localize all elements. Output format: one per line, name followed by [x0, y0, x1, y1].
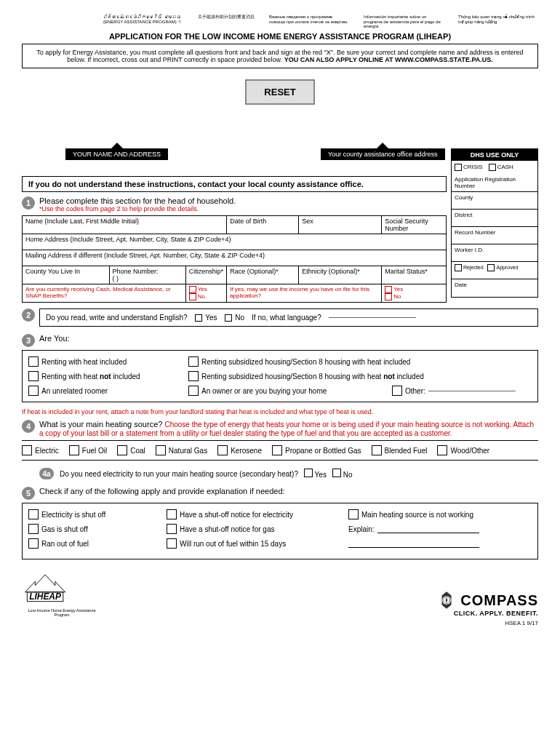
race-field[interactable]: Race (Optional)*	[227, 266, 299, 284]
income-yesno[interactable]: YesNo	[382, 284, 447, 302]
form-id: HSEA 1 9/17	[22, 620, 538, 626]
reset-button[interactable]: RESET	[245, 79, 314, 105]
section-5-head: 5 Check if any of the following apply an…	[22, 487, 538, 500]
header-language-notices: ព័ត៌មានសំខាន់អំពីកម្មវិធី ថាមពល (ENERGY …	[22, 15, 538, 29]
gas-notice-check[interactable]	[167, 524, 177, 534]
other-housing-check[interactable]	[392, 386, 402, 396]
fuel-wood-check[interactable]	[437, 445, 447, 455]
housing-options: Renting with heat included Renting subsi…	[22, 350, 538, 402]
page-title: APPLICATION FOR THE LOW INCOME HOME ENER…	[22, 32, 538, 41]
heat-broken-check[interactable]	[348, 509, 359, 519]
explain-input-2[interactable]	[348, 539, 479, 548]
fuel-coal-check[interactable]	[117, 445, 127, 455]
subsidized-heat-incl-check[interactable]	[188, 356, 199, 367]
instruction-box: To apply for Energy Assistance, you must…	[22, 44, 538, 68]
dhs-use-only-box: DHS USE ONLY CRISIS CASH Application Reg…	[451, 148, 538, 298]
citizenship-field[interactable]: Citizenship*	[185, 266, 227, 284]
rent-heat-not-incl-check[interactable]	[28, 371, 39, 381]
section-3-head: 3 Are You:	[22, 334, 538, 347]
compass-logo: COMPASS CLICK. APPLY. BENEFIT.	[437, 591, 538, 617]
name-address-label: YOUR NAME AND ADDRESS	[65, 148, 168, 160]
liheap-logo: LIHEAP Low-Income Home Energy Assistance…	[22, 567, 102, 617]
roomer-check[interactable]	[28, 386, 39, 396]
rent-heat-incl-check[interactable]	[28, 356, 39, 367]
fuel-oil-check[interactable]	[69, 445, 79, 455]
fuel-electric-check[interactable]	[22, 445, 32, 455]
will-run-out-check[interactable]	[167, 538, 177, 549]
snap-yesno[interactable]: YesNo	[185, 284, 227, 302]
gas-shutoff-check[interactable]	[28, 524, 39, 534]
explain-input-1[interactable]	[377, 525, 479, 533]
section-1-head: 1 Please complete this section for the h…	[22, 196, 447, 212]
language-input[interactable]	[329, 317, 416, 318]
mailing-address-field[interactable]: Mailing Address if different (Include St…	[23, 250, 447, 266]
section-4-head: 4 What is your main heating source? Choo…	[22, 420, 538, 437]
understand-bar: If you do not understand these instructi…	[22, 176, 447, 192]
other-housing-input[interactable]	[428, 391, 516, 391]
phone-field[interactable]: Phone Number:( )	[109, 266, 185, 284]
county-office-label: Your county assistance office address	[321, 148, 445, 160]
heat-note: If heat is included in your rent, attach…	[22, 408, 538, 415]
section-2-head: 2 Do you read, write and understand Engl…	[22, 308, 538, 331]
fuel-kerosene-check[interactable]	[217, 445, 228, 455]
ssn-field[interactable]: Social Security Number	[382, 215, 447, 234]
sex-field[interactable]: Sex	[299, 215, 382, 234]
heating-source-options: Electric Fuel Oil Coal Natural Gas Keros…	[22, 440, 538, 461]
county-field[interactable]: County You Live In	[23, 266, 110, 284]
english-yes[interactable]: Yes	[195, 314, 217, 322]
ethnicity-field[interactable]: Ethnicity (Optional)*	[299, 266, 382, 284]
marital-field[interactable]: Marital Status*	[382, 266, 447, 284]
dob-field[interactable]: Date of Birth	[227, 215, 299, 234]
fuel-blended-check[interactable]	[372, 445, 382, 455]
cash-checkbox[interactable]: CASH	[489, 164, 513, 171]
ran-out-check[interactable]	[28, 538, 39, 549]
compass-icon	[437, 591, 456, 610]
svg-text:LIHEAP: LIHEAP	[29, 591, 61, 602]
home-address-field[interactable]: Home Address (Include Street, Apt. Numbe…	[23, 234, 447, 250]
english-no[interactable]: No	[225, 314, 245, 322]
subsidized-heat-not-incl-check[interactable]	[188, 371, 199, 381]
section-4a: 4a Do you need electricity to run your m…	[39, 468, 538, 479]
elec-notice-check[interactable]	[167, 509, 177, 519]
crisis-checkbox[interactable]: CRISIS	[455, 164, 483, 171]
section-number-1: 1	[22, 196, 35, 210]
income-question: If yes, may we use the income you have o…	[227, 284, 382, 302]
household-table: Name (Include Last, First Middle Initial…	[22, 215, 447, 303]
owner-check[interactable]	[188, 386, 199, 396]
secondary-heat-yes[interactable]: Yes	[304, 469, 327, 479]
name-field[interactable]: Name (Include Last, First Middle Initial…	[23, 215, 227, 234]
snap-question: Are you currently receiving Cash, Medica…	[23, 284, 186, 302]
footer: LIHEAP Low-Income Home Energy Assistance…	[22, 567, 538, 617]
status-checks: Electricity is shut off Have a shut-off …	[22, 503, 538, 559]
fuel-natgas-check[interactable]	[156, 445, 166, 455]
secondary-heat-no[interactable]: No	[332, 469, 353, 479]
elec-shutoff-check[interactable]	[28, 509, 39, 519]
fuel-propane-check[interactable]	[272, 445, 282, 455]
